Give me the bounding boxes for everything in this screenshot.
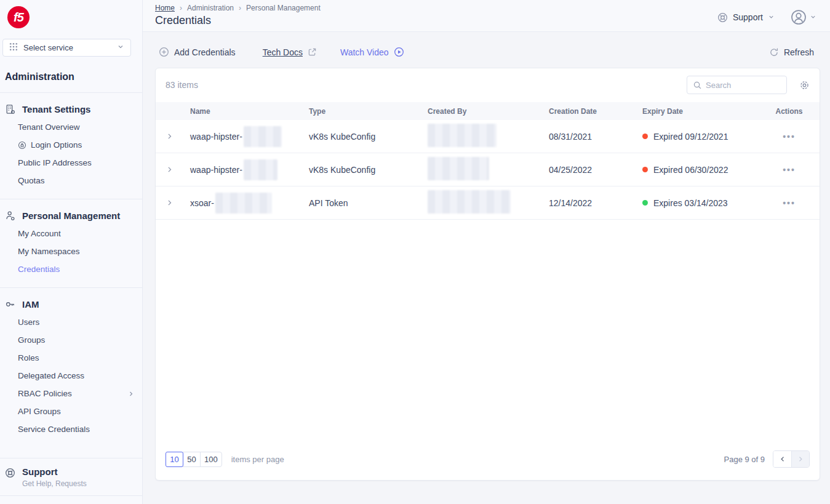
- credential-expiry: Expired 09/12/2021: [642, 132, 768, 142]
- sidebar-header-tenant-settings[interactable]: Tenant Settings: [0, 101, 142, 118]
- key-icon: [5, 299, 15, 310]
- page-size-group: 10 50 100: [166, 452, 222, 467]
- row-actions-menu[interactable]: •••: [768, 198, 810, 208]
- search-box[interactable]: [687, 76, 787, 94]
- credential-name: waap-hipster-: [190, 159, 309, 180]
- expiry-text: Expired 06/30/2022: [653, 165, 728, 175]
- tech-docs-label: Tech Docs: [263, 47, 303, 57]
- sidebar-item-label: Credentials: [18, 265, 60, 274]
- header-user-menu[interactable]: [791, 9, 816, 25]
- sidebar-item-label: Groups: [18, 335, 45, 345]
- credential-created-by: [428, 124, 549, 149]
- sidebar-title: Administration: [5, 71, 137, 82]
- redacted-name: [215, 193, 272, 214]
- sidebar-support-text: Support Get Help, Requests: [22, 466, 87, 488]
- breadcrumb-home-link[interactable]: Home: [155, 4, 175, 12]
- select-service-dropdown[interactable]: Select service: [2, 39, 131, 57]
- expiry-text: Expires 03/14/2023: [653, 198, 728, 208]
- column-header-name: Name: [190, 107, 309, 116]
- building-icon: [5, 104, 15, 114]
- sidebar-item-credentials[interactable]: Credentials: [0, 260, 142, 278]
- sidebar-item-roles[interactable]: Roles: [0, 349, 142, 367]
- search-input[interactable]: [706, 81, 781, 90]
- lifebuoy-icon: [5, 468, 15, 488]
- sidebar-item-quotas[interactable]: Quotas: [0, 172, 142, 190]
- sidebar-item-login-options[interactable]: Login Options: [0, 136, 142, 154]
- external-link-icon: [308, 47, 317, 57]
- page-size-50-button[interactable]: 50: [183, 452, 201, 467]
- add-credentials-button[interactable]: Add Credentials: [159, 47, 236, 57]
- sidebar-item-label: Users: [18, 318, 39, 327]
- next-page-button[interactable]: [791, 451, 809, 467]
- sidebar-item-label: My Account: [18, 229, 61, 238]
- sidebar-item-service-credentials[interactable]: Service Credentials: [0, 420, 142, 438]
- sidebar-item-delegated-access[interactable]: Delegated Access: [0, 367, 142, 385]
- chevron-down-icon: [810, 12, 816, 22]
- sidebar-item-tenant-overview[interactable]: Tenant Overview: [0, 118, 142, 136]
- page-nav-group: [773, 450, 810, 468]
- page-info: Page 9 of 9: [724, 455, 765, 464]
- refresh-button[interactable]: Refresh: [769, 47, 814, 57]
- header-support-menu[interactable]: Support: [717, 12, 775, 23]
- redacted-name: [244, 126, 282, 147]
- app-layout: f5 Select service Administration Tenant …: [0, 0, 830, 504]
- support-title: Support: [22, 466, 87, 477]
- sidebar-header-label: Tenant Settings: [22, 104, 90, 114]
- column-header-actions: Actions: [768, 107, 810, 116]
- watch-video-link[interactable]: Watch Video: [340, 47, 404, 57]
- row-expander-icon[interactable]: [166, 166, 190, 174]
- page-size-100-button[interactable]: 100: [200, 452, 222, 467]
- row-actions-menu[interactable]: •••: [768, 132, 810, 142]
- sidebar-item-public-ip-addresses[interactable]: Public IP Addresses: [0, 154, 142, 172]
- row-expander-icon[interactable]: [166, 199, 190, 207]
- sidebar-item-label: Public IP Addresses: [18, 158, 92, 167]
- sidebar-support[interactable]: Support Get Help, Requests: [0, 458, 142, 496]
- person-gear-icon: [5, 210, 15, 221]
- column-header-expiry-date: Expiry Date: [642, 107, 768, 116]
- sidebar-item-label: Tenant Overview: [18, 122, 80, 132]
- main-area: Home › Administration › Personal Managem…: [143, 0, 830, 504]
- breadcrumb-personal-management: Personal Management: [246, 4, 321, 12]
- gear-icon[interactable]: [799, 80, 810, 90]
- table-row: xsoar- API Token 12/14/2022 Expires 03/1…: [156, 186, 820, 220]
- credential-name-text: xsoar-: [190, 198, 214, 208]
- grid-icon: [9, 42, 18, 53]
- sidebar-header-iam[interactable]: IAM: [0, 296, 142, 313]
- status-dot: [642, 200, 648, 206]
- sidebar-item-my-namespaces[interactable]: My Namespaces: [0, 242, 142, 260]
- credential-type: API Token: [309, 198, 428, 208]
- table-row: waap-hipster- vK8s KubeConfig 08/31/2021…: [156, 120, 820, 153]
- sidebar-item-label: API Groups: [18, 407, 61, 416]
- credential-name: waap-hipster-: [190, 126, 309, 147]
- sidebar-item-label: Service Credentials: [18, 425, 90, 434]
- sidebar-item-my-account[interactable]: My Account: [0, 225, 142, 242]
- column-header-type: Type: [309, 107, 428, 116]
- tech-docs-link[interactable]: Tech Docs: [263, 47, 317, 57]
- top-header: Home › Administration › Personal Managem…: [143, 0, 830, 32]
- sidebar-item-label: Delegated Access: [18, 371, 84, 380]
- row-actions-menu[interactable]: •••: [768, 165, 810, 175]
- credential-name: xsoar-: [190, 193, 309, 214]
- sidebar-header-personal-management[interactable]: Personal Management: [0, 207, 142, 225]
- row-expander-icon[interactable]: [166, 132, 190, 140]
- sidebar-item-rbac-policies[interactable]: RBAC Policies: [0, 385, 142, 402]
- previous-page-button[interactable]: [773, 451, 791, 467]
- sidebar-item-users[interactable]: Users: [0, 313, 142, 331]
- sidebar-item-api-groups[interactable]: API Groups: [0, 402, 142, 420]
- header-left: Home › Administration › Personal Managem…: [155, 2, 321, 31]
- breadcrumb-separator: ›: [239, 4, 241, 12]
- sidebar-item-groups[interactable]: Groups: [0, 331, 142, 349]
- refresh-label: Refresh: [784, 47, 814, 57]
- credential-created-by: [428, 157, 549, 182]
- status-dot: [642, 167, 648, 172]
- credential-name-text: waap-hipster-: [190, 132, 242, 142]
- redacted-created-by: [428, 124, 497, 147]
- f5-logo[interactable]: f5: [7, 6, 30, 28]
- items-per-page-label: items per page: [231, 455, 284, 464]
- sidebar-group-iam: IAM Users Groups Roles Delegated Access …: [0, 287, 142, 447]
- credential-type: vK8s KubeConfig: [309, 165, 428, 175]
- breadcrumb-separator: ›: [180, 4, 182, 12]
- page-size-10-button[interactable]: 10: [166, 452, 183, 467]
- watch-video-label: Watch Video: [340, 47, 389, 57]
- lifebuoy-icon: [717, 12, 728, 23]
